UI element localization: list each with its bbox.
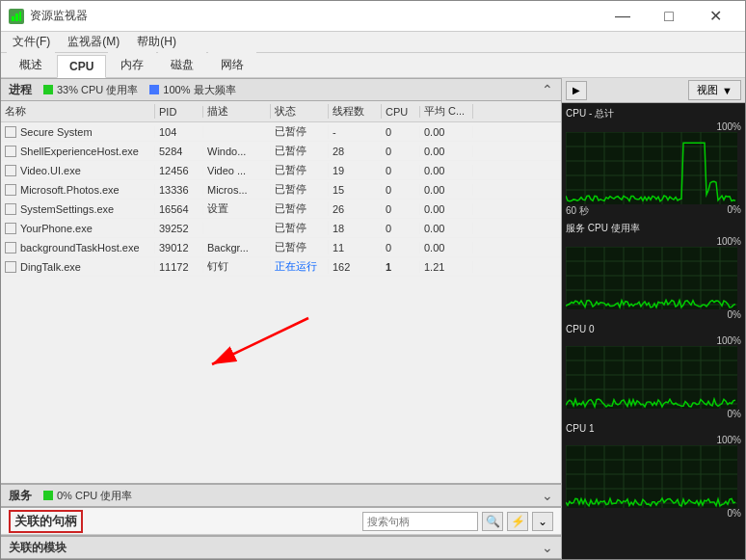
process-name: YourPhone.exe (20, 223, 93, 234)
svg-rect-2 (19, 12, 21, 21)
process-threads-cell: 18 (329, 223, 382, 234)
process-avgcpu-cell: 1.21 (420, 261, 473, 273)
process-cpu-cell: 0 (382, 165, 420, 176)
process-name: Video.UI.exe (20, 165, 81, 176)
graph-container-3: CPU 1100%0% (566, 423, 741, 519)
maximize-button[interactable]: □ (647, 3, 691, 30)
process-name-cell: Secure System (1, 126, 155, 138)
tab-disk[interactable]: 磁盘 (158, 52, 206, 77)
process-collapse-arrow[interactable]: ⌃ (542, 82, 553, 97)
process-status-cell: 已暂停 (271, 240, 329, 254)
handle-search-input[interactable] (362, 512, 478, 531)
services-section: 服务 0% CPU 使用率 ⌄ (1, 483, 561, 507)
graph-pct-bottom-0: 0% (728, 204, 741, 218)
process-threads-cell: 11 (329, 242, 382, 253)
process-checkbox[interactable] (5, 146, 16, 157)
graph-label-2: CPU 0 (566, 324, 741, 334)
close-button[interactable]: ✕ (693, 3, 737, 30)
graph-label-0: CPU - 总计 (566, 107, 741, 120)
module-collapse-arrow[interactable]: ⌄ (542, 540, 553, 555)
handle-collapse-button[interactable]: ⌄ (532, 512, 553, 531)
process-checkbox[interactable] (5, 261, 16, 273)
handle-header: 关联的句柄 🔍 ⚡ ⌄ (1, 508, 561, 535)
menu-monitor[interactable]: 监视器(M) (60, 32, 127, 52)
process-title: 进程 (9, 82, 32, 98)
table-row[interactable]: backgroundTaskHost.exe39012Backgr...已暂停1… (1, 238, 561, 257)
graph-wrapper-1: 100%0% (566, 236, 741, 320)
menu-file[interactable]: 文件(F) (5, 32, 58, 52)
table-row[interactable]: SystemSettings.exe16564设置已暂停2600.00 (1, 200, 561, 219)
process-threads-cell: - (329, 126, 382, 138)
table-row[interactable]: Secure System104已暂停-00.00 (1, 122, 561, 142)
tab-memory[interactable]: 内存 (108, 52, 156, 77)
table-row[interactable]: YourPhone.exe39252已暂停1800.00 (1, 219, 561, 238)
graph-wrapper-2: 100%0% (566, 335, 741, 419)
process-name: Microsoft.Photos.exe (20, 184, 120, 196)
col-desc[interactable]: 描述 (203, 104, 271, 119)
table-row[interactable]: ShellExperienceHost.exe5284Windo...已暂停28… (1, 142, 561, 161)
process-pid-cell: 104 (155, 126, 203, 138)
process-threads-cell: 162 (329, 261, 382, 273)
process-cpu-cell: 0 (382, 203, 420, 215)
process-pid-cell: 5284 (155, 146, 203, 157)
services-collapse-arrow[interactable]: ⌄ (542, 488, 553, 503)
handle-refresh-button[interactable]: ⚡ (507, 512, 528, 531)
main-content: 进程 33% CPU 使用率 100% 最大频率 ⌃ 名称 PID 描述 状态 … (1, 78, 745, 559)
process-avgcpu-cell: 0.00 (420, 126, 473, 138)
graph-pct-bottom-3: 0% (728, 508, 741, 519)
module-section-header[interactable]: 关联的模块 ⌄ (1, 536, 561, 559)
process-name-cell: backgroundTaskHost.exe (1, 242, 155, 253)
process-name: ShellExperienceHost.exe (20, 146, 139, 157)
process-avgcpu-cell: 0.00 (420, 242, 473, 253)
process-name-cell: Video.UI.exe (1, 165, 155, 176)
col-status[interactable]: 状态 (271, 104, 329, 119)
tab-overview[interactable]: 概述 (7, 52, 55, 77)
process-checkbox[interactable] (5, 203, 16, 215)
col-pid[interactable]: PID (155, 106, 203, 118)
graph-wrapper-0: 100%60 秒0% (566, 121, 741, 218)
handle-search-button[interactable]: 🔍 (482, 512, 503, 531)
view-button[interactable]: 视图 ▼ (688, 80, 741, 100)
col-threads[interactable]: 线程数 (329, 104, 382, 119)
graph-canvas-3 (566, 445, 737, 508)
process-checkbox[interactable] (5, 184, 16, 196)
panel-expand-button[interactable]: ▶ (566, 81, 587, 100)
table-row[interactable]: Microsoft.Photos.exe13336Micros...已暂停150… (1, 180, 561, 200)
process-avgcpu-cell: 0.00 (420, 165, 473, 176)
process-status-cell: 已暂停 (271, 182, 329, 197)
services-green-indicator (43, 491, 53, 500)
right-panel: ▶ 视图 ▼ CPU - 总计100%60 秒0%服务 CPU 使用率100%0… (562, 78, 745, 559)
graph-pct-top-label-3: 100% (566, 435, 741, 445)
process-checkbox[interactable] (5, 126, 16, 138)
graph-pct-top-3: 0% (566, 508, 741, 519)
menu-bar: 文件(F) 监视器(M) 帮助(H) (1, 32, 745, 53)
handle-section: 关联的句柄 🔍 ⚡ ⌄ (1, 507, 561, 535)
tab-network[interactable]: 网络 (208, 52, 256, 77)
process-status-cell: 已暂停 (271, 201, 329, 216)
col-cpu[interactable]: CPU (382, 106, 420, 118)
tab-cpu[interactable]: CPU (57, 55, 106, 78)
right-panel-header: ▶ 视图 ▼ (562, 78, 745, 103)
services-cpu-badge: 0% CPU 使用率 (43, 489, 132, 503)
col-avgcpu[interactable]: 平均 C... (420, 104, 473, 119)
graph-section: CPU - 总计100%60 秒0%服务 CPU 使用率100%0%CPU 01… (562, 103, 745, 559)
table-row[interactable]: DingTalk.exe11172钉钉正在运行16211.21 (1, 257, 561, 277)
menu-help[interactable]: 帮助(H) (129, 32, 184, 52)
process-table-header: 名称 PID 描述 状态 线程数 CPU 平均 C... (1, 101, 561, 122)
process-avgcpu-cell: 0.00 (420, 184, 473, 196)
services-section-header[interactable]: 服务 0% CPU 使用率 ⌄ (1, 484, 561, 507)
left-panel: 进程 33% CPU 使用率 100% 最大频率 ⌃ 名称 PID 描述 状态 … (1, 78, 562, 559)
graph-canvas-2 (566, 346, 737, 409)
process-checkbox[interactable] (5, 165, 16, 176)
process-threads-cell: 26 (329, 203, 382, 215)
process-name-cell: Microsoft.Photos.exe (1, 184, 155, 196)
process-name-cell: DingTalk.exe (1, 261, 155, 273)
process-pid-cell: 11172 (155, 261, 203, 273)
process-status-cell: 已暂停 (271, 163, 329, 177)
table-row[interactable]: Video.UI.exe12456Video ...已暂停1900.00 (1, 161, 561, 180)
col-name[interactable]: 名称 (1, 104, 155, 119)
process-checkbox[interactable] (5, 223, 16, 234)
process-checkbox[interactable] (5, 242, 16, 253)
process-section-header[interactable]: 进程 33% CPU 使用率 100% 最大频率 ⌃ (1, 78, 561, 101)
minimize-button[interactable]: — (600, 3, 645, 30)
